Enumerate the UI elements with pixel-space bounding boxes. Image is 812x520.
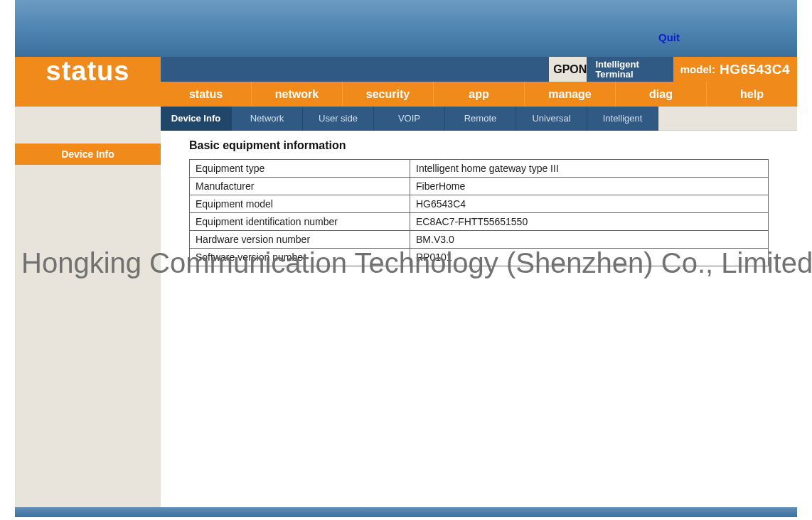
content-panel: Basic equipment information Equipment ty… — [161, 131, 797, 507]
sidebar: Device Info — [15, 131, 161, 507]
cell-key: Manufacturer — [190, 178, 410, 195]
subnav-device-info[interactable]: Device Info — [161, 107, 232, 131]
sidebar-top-gap — [15, 107, 161, 131]
cell-key: Equipment type — [190, 160, 410, 178]
top-banner: Quit — [15, 0, 797, 57]
cell-value: FiberHome — [410, 178, 769, 195]
cell-key: Software version number — [190, 249, 410, 266]
table-row: Equipment identification numberEC8AC7-FH… — [190, 213, 769, 231]
subnav-intelligent[interactable]: Intelligent — [587, 107, 658, 131]
table-row: ManufacturerFiberHome — [190, 178, 769, 195]
nav-app[interactable]: app — [434, 82, 525, 107]
cell-key: Equipment identification number — [190, 213, 410, 231]
app-frame: Quit status GPON Intelligent Terminal mo… — [15, 0, 797, 517]
model-badge: model: HG6543C4 — [673, 57, 797, 82]
nav-help[interactable]: help — [707, 82, 797, 107]
nav-diag[interactable]: diag — [616, 82, 707, 107]
subnav-user-side[interactable]: User side — [303, 107, 374, 131]
gpon-sub-line2: Terminal — [595, 70, 639, 80]
nav-manage[interactable]: manage — [525, 82, 616, 107]
sidebar-item-device-info[interactable]: Device Info — [15, 143, 161, 165]
subnav-universal[interactable]: Universal — [516, 107, 587, 131]
table-row: Equipment modelHG6543C4 — [190, 195, 769, 213]
model-value: HG6543C4 — [720, 62, 790, 77]
header-row: status GPON Intelligent Terminal model: … — [15, 57, 797, 107]
sub-nav: Device Info Network User side VOIP Remot… — [161, 107, 797, 131]
subnav-filler — [658, 107, 797, 131]
gpon-label: GPON — [549, 57, 587, 82]
table-row: Equipment typeIntelligent home gateway t… — [190, 160, 769, 178]
cell-key: Hardware version number — [190, 231, 410, 249]
gpon-subtitle: Intelligent Terminal — [591, 57, 673, 82]
main-nav: status network security app manage diag … — [161, 82, 797, 107]
nav-network[interactable]: network — [252, 82, 343, 107]
footer-strip — [15, 507, 797, 517]
cell-value: BM.V3.0 — [410, 231, 769, 249]
subnav-remote[interactable]: Remote — [445, 107, 516, 131]
cell-value: Intelligent home gateway type III — [410, 160, 769, 178]
cell-value: RP0101 — [410, 249, 769, 266]
table-row: Software version numberRP0101 — [190, 249, 769, 266]
section-title: Basic equipment information — [189, 139, 769, 152]
table-row: Hardware version numberBM.V3.0 — [190, 231, 769, 249]
body: Device Info Basic equipment information … — [15, 131, 797, 507]
cell-value: HG6543C4 — [410, 195, 769, 213]
subnav-network[interactable]: Network — [232, 107, 303, 131]
gpon-sub-line1: Intelligent — [595, 60, 639, 70]
nav-status[interactable]: status — [161, 82, 252, 107]
device-info-table: Equipment typeIntelligent home gateway t… — [189, 159, 769, 266]
quit-link[interactable]: Quit — [658, 31, 680, 43]
device-type-strip: GPON Intelligent Terminal model: HG6543C… — [161, 57, 797, 82]
cell-value: EC8AC7-FHTT55651550 — [410, 213, 769, 231]
cell-key: Equipment model — [190, 195, 410, 213]
model-label: model: — [680, 63, 715, 75]
subnav-voip[interactable]: VOIP — [374, 107, 445, 131]
nav-security[interactable]: security — [343, 82, 434, 107]
